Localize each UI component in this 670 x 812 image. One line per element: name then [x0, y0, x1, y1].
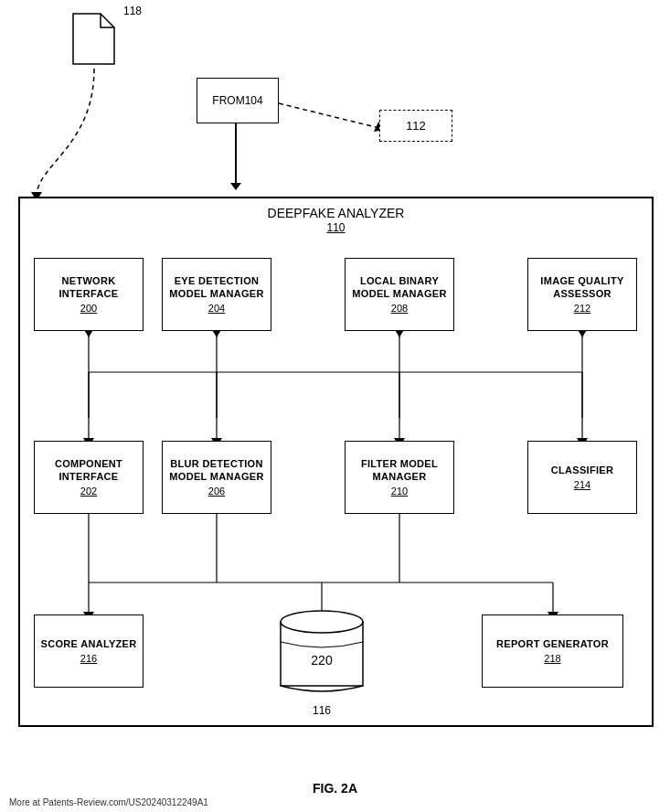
- fig-caption-text: FIG. 2A: [313, 781, 357, 796]
- cylinder-ref-116: 116: [276, 704, 367, 717]
- local-ref: 208: [391, 302, 408, 315]
- classifier-ref: 214: [574, 478, 590, 491]
- main-ref: 110: [20, 221, 652, 234]
- ref-112-box: 112: [379, 110, 452, 142]
- eye-ref: 204: [208, 302, 225, 315]
- filter-model-box: FILTER MODEL MANAGER 210: [345, 441, 454, 514]
- page-container: 118 FROM 104 112 DEEPFAKE ANALYZER 110: [0, 0, 670, 812]
- from-label: FROM: [212, 94, 244, 107]
- eye-detection-box: EYE DETECTION MODEL MANAGER 204: [162, 258, 271, 331]
- report-generator-box: REPORT GENERATOR 218: [482, 614, 623, 688]
- blur-ref: 206: [208, 485, 225, 497]
- image-quality-box: IMAGE QUALITY ASSESSOR 212: [527, 258, 637, 331]
- svg-text:220: 220: [311, 653, 333, 668]
- main-title: DEEPFAKE ANALYZER: [20, 206, 652, 220]
- svg-line-1: [279, 103, 379, 128]
- image-label: IMAGE QUALITY ASSESSOR: [533, 274, 632, 301]
- filter-label: FILTER MODEL MANAGER: [350, 457, 449, 484]
- svg-point-32: [281, 611, 363, 633]
- local-binary-box: LOCAL BINARY MODEL MANAGER 208: [345, 258, 454, 331]
- deepfake-analyzer-box: DEEPFAKE ANALYZER 110: [18, 197, 654, 727]
- from-104-box: FROM 104: [197, 78, 279, 123]
- patents-review-text: More at Patents-Review.com/US20240312249…: [9, 797, 208, 807]
- document-icon: [69, 9, 119, 69]
- report-ref: 218: [544, 652, 560, 665]
- filter-ref: 210: [391, 485, 408, 497]
- score-label: SCORE ANALYZER: [41, 637, 137, 650]
- ref-118-label: 118: [123, 5, 142, 17]
- blur-detection-box: BLUR DETECTION MODEL MANAGER 206: [162, 441, 271, 514]
- image-ref: 212: [574, 302, 590, 315]
- network-ref: 200: [80, 302, 97, 315]
- figure-caption: FIG. 2A: [0, 781, 670, 796]
- arrow-down-from-104: [235, 123, 237, 183]
- eye-label: EYE DETECTION MODEL MANAGER: [167, 274, 266, 301]
- report-label: REPORT GENERATOR: [496, 637, 609, 650]
- database-cylinder: 220 116: [276, 605, 367, 706]
- score-analyzer-box: SCORE ANALYZER 216: [34, 614, 144, 688]
- blur-label: BLUR DETECTION MODEL MANAGER: [167, 457, 266, 484]
- classifier-label: CLASSIFIER: [551, 464, 613, 476]
- score-ref: 216: [80, 652, 97, 665]
- component-label: COMPONENT INTERFACE: [39, 457, 138, 484]
- component-ref: 202: [80, 485, 97, 497]
- network-label: NETWORK INTERFACE: [39, 274, 138, 301]
- network-interface-box: NETWORK INTERFACE 200: [34, 258, 144, 331]
- component-interface-box: COMPONENT INTERFACE 202: [34, 441, 144, 514]
- ref-112-label: 112: [406, 119, 426, 133]
- local-label: LOCAL BINARY MODEL MANAGER: [350, 274, 449, 301]
- classifier-box: CLASSIFIER 214: [527, 441, 637, 514]
- from-ref: 104: [245, 94, 263, 107]
